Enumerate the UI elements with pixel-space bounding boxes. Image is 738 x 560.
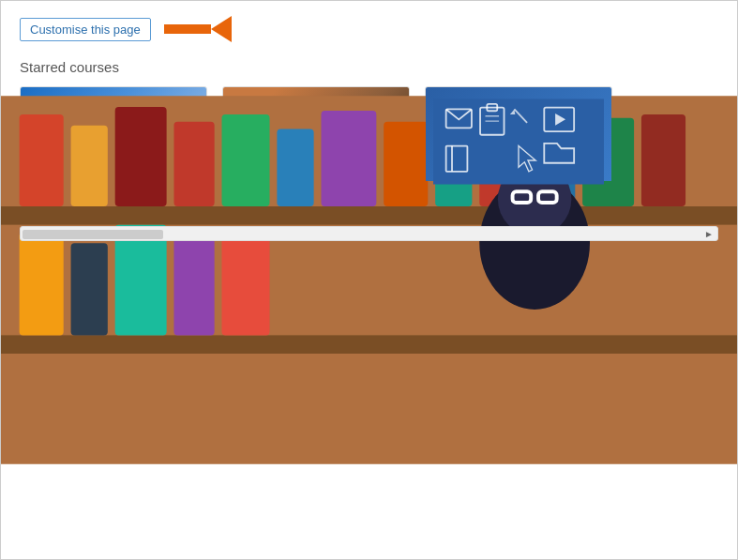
horizontal-scrollbar[interactable]: ◄ ►: [20, 226, 718, 241]
page-wrapper: Customise this page Starred courses: [0, 0, 738, 560]
scroll-right-arrow[interactable]: ►: [704, 227, 714, 240]
svg-rect-24: [222, 114, 270, 206]
starred-course-card-fundamenta[interactable]: ★ Fundamenta...: [222, 86, 410, 213]
svg-rect-26: [321, 111, 376, 206]
svg-rect-25: [277, 129, 313, 206]
starred-courses-list: ☞ ★ ACME Hum...: [20, 86, 718, 213]
svg-rect-27: [384, 122, 410, 206]
svg-rect-18: [222, 206, 410, 213]
course-thumbnail-fundamenta: [223, 87, 409, 181]
scroll-thumb[interactable]: [23, 230, 163, 239]
course-thumbnail-master: [426, 87, 611, 181]
